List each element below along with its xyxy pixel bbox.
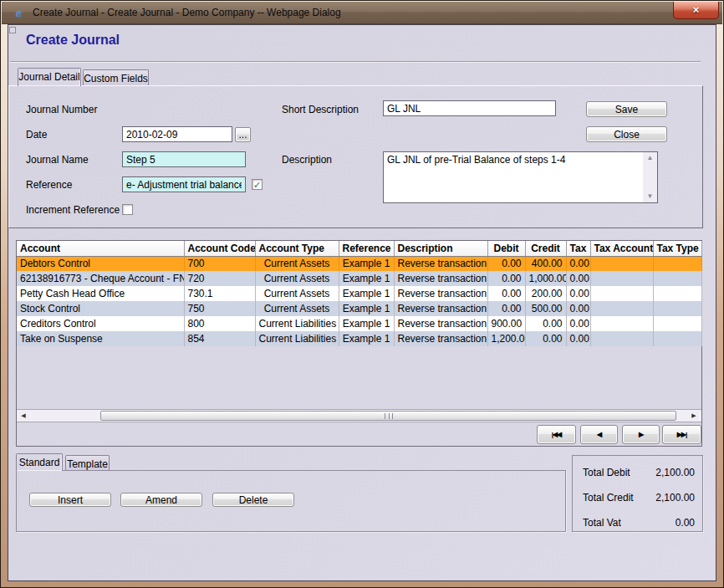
cell-reference[interactable]: Example 1 <box>339 271 394 286</box>
table-row[interactable]: 62138916773 - Cheque Account - FNB720Cur… <box>17 271 701 286</box>
first-record-button[interactable]: |◀◀ <box>537 425 576 444</box>
table-row[interactable]: Stock Control750Current AssetsExample 1R… <box>17 301 701 316</box>
cell-credit[interactable]: 200.00 <box>525 286 566 301</box>
cell-reference[interactable]: Example 1 <box>339 301 394 316</box>
column-header-account[interactable]: Account <box>17 241 184 256</box>
scroll-right-icon[interactable]: ▶ <box>687 410 701 422</box>
cell-account_type[interactable]: Current Assets <box>255 301 339 316</box>
record-navigation: |◀◀ ◀ ▶ ▶▶| <box>17 422 701 446</box>
cell-account[interactable]: Take on Suspense <box>17 331 184 346</box>
cell-tax_type[interactable] <box>653 286 701 301</box>
cell-account_code[interactable]: 750 <box>184 301 255 316</box>
column-header-credit[interactable]: Credit <box>525 241 566 256</box>
cell-account_code[interactable]: 700 <box>184 256 255 271</box>
column-header-tax_account[interactable]: Tax Account <box>590 241 653 256</box>
cell-tax_type[interactable] <box>653 316 701 331</box>
cell-reference[interactable]: Example 1 <box>339 256 394 271</box>
tab-standard[interactable]: Standard <box>16 453 63 471</box>
cell-credit[interactable]: 1,000.00 <box>525 271 566 286</box>
cell-debit[interactable]: 0.00 <box>487 256 525 271</box>
tab-template[interactable]: Template <box>65 455 110 471</box>
amend-button[interactable]: Amend <box>120 493 202 507</box>
table-row[interactable]: Petty Cash Head Office730.1Current Asset… <box>17 286 701 301</box>
insert-button[interactable]: Insert <box>29 493 111 507</box>
cell-account[interactable]: Petty Cash Head Office <box>17 286 184 301</box>
cell-tax_account[interactable] <box>590 256 653 271</box>
cell-tax_account[interactable] <box>590 301 653 316</box>
cell-tax_type[interactable] <box>653 301 701 316</box>
cell-tax[interactable]: 0.00 <box>566 256 590 271</box>
column-header-tax[interactable]: Tax <box>566 241 590 256</box>
cell-account_type[interactable]: Current Liabilities <box>255 316 339 331</box>
column-header-tax_type[interactable]: Tax Type <box>653 241 701 256</box>
cell-credit[interactable]: 500.00 <box>525 301 566 316</box>
cell-tax_account[interactable] <box>590 331 653 346</box>
cell-debit[interactable]: 1,200.00 <box>487 331 525 346</box>
previous-record-button[interactable]: ◀ <box>580 425 618 444</box>
cell-account_type[interactable]: Current Assets <box>255 271 339 286</box>
horizontal-scrollbar[interactable]: ◀ ▶ <box>17 409 701 422</box>
cell-account[interactable]: Debtors Control <box>17 256 184 271</box>
cell-debit[interactable]: 0.00 <box>487 301 525 316</box>
standard-actions-panel: Insert Amend Delete <box>16 470 566 532</box>
last-record-button[interactable]: ▶▶| <box>662 425 701 444</box>
cell-tax_type[interactable] <box>653 256 701 271</box>
cell-credit[interactable]: 0.00 <box>525 331 566 346</box>
cell-debit[interactable]: 0.00 <box>487 271 525 286</box>
cell-account[interactable]: 62138916773 - Cheque Account - FNB <box>17 271 184 286</box>
total-debit-value: 2,100.00 <box>655 467 695 478</box>
table-row[interactable]: Debtors Control700Current AssetsExample … <box>17 256 701 271</box>
cell-account_code[interactable]: 720 <box>184 271 255 286</box>
total-credit-value: 2,100.00 <box>655 492 695 504</box>
tab-journal-detail[interactable]: Journal Detail <box>18 68 81 86</box>
cell-description[interactable]: Reverse transaction <box>394 271 487 286</box>
cell-tax[interactable]: 0.00 <box>566 271 590 286</box>
cell-account_type[interactable]: Current Liabilities <box>255 331 339 346</box>
close-window-button[interactable]: × <box>673 2 719 19</box>
cell-tax_account[interactable] <box>590 316 653 331</box>
scroll-left-icon[interactable]: ◀ <box>17 410 30 422</box>
cell-account_code[interactable]: 730.1 <box>184 286 255 301</box>
cell-debit[interactable]: 0.00 <box>487 286 525 301</box>
cell-reference[interactable]: Example 1 <box>339 316 394 331</box>
cell-description[interactable]: Reverse transaction <box>394 331 487 346</box>
next-record-button[interactable]: ▶ <box>622 425 660 444</box>
cell-description[interactable]: Reverse transaction <box>394 316 487 331</box>
cell-credit[interactable]: 0.00 <box>525 316 566 331</box>
cell-account_type[interactable]: Current Assets <box>255 286 339 301</box>
cell-account[interactable]: Creditors Control <box>17 316 184 331</box>
cell-account_type[interactable]: Current Assets <box>255 256 339 271</box>
table-row[interactable]: Take on Suspense854Current LiabilitiesEx… <box>17 331 701 346</box>
cell-tax[interactable]: 0.00 <box>566 316 590 331</box>
cell-account_code[interactable]: 800 <box>184 316 255 331</box>
cell-reference[interactable]: Example 1 <box>339 331 394 346</box>
cell-tax_type[interactable] <box>653 331 701 346</box>
column-header-account_type[interactable]: Account Type <box>255 241 339 256</box>
total-vat-label: Total Vat <box>583 517 621 529</box>
column-header-debit[interactable]: Debit <box>487 241 525 256</box>
cell-debit[interactable]: 900.00 <box>487 316 525 331</box>
column-header-reference[interactable]: Reference <box>339 241 394 256</box>
cell-tax[interactable]: 0.00 <box>566 301 590 316</box>
cell-tax[interactable]: 0.00 <box>566 286 590 301</box>
title-bar[interactable]: e Create Journal - Create Journal - Demo… <box>2 2 722 24</box>
column-header-description[interactable]: Description <box>394 241 487 256</box>
cell-tax_type[interactable] <box>653 271 701 286</box>
cell-tax_account[interactable] <box>590 286 653 301</box>
scrollbar-thumb[interactable] <box>100 411 676 421</box>
table-row[interactable]: Creditors Control800Current LiabilitiesE… <box>17 316 701 331</box>
cell-tax_account[interactable] <box>590 271 653 286</box>
cell-account[interactable]: Stock Control <box>17 301 184 316</box>
column-header-account_code[interactable]: Account Code <box>184 241 255 256</box>
total-debit-label: Total Debit <box>583 467 630 478</box>
cell-description[interactable]: Reverse transaction <box>394 256 487 271</box>
tab-custom-fields[interactable]: Custom Fields <box>83 69 149 85</box>
delete-button[interactable]: Delete <box>212 493 294 507</box>
cell-reference[interactable]: Example 1 <box>339 286 394 301</box>
cell-description[interactable]: Reverse transaction <box>394 301 487 316</box>
cell-credit[interactable]: 400.00 <box>525 256 566 271</box>
cell-account_code[interactable]: 854 <box>184 331 255 346</box>
scrollbar-grip-icon <box>385 413 393 419</box>
cell-tax[interactable]: 0.00 <box>566 331 590 346</box>
cell-description[interactable]: Reverse transaction <box>394 286 487 301</box>
